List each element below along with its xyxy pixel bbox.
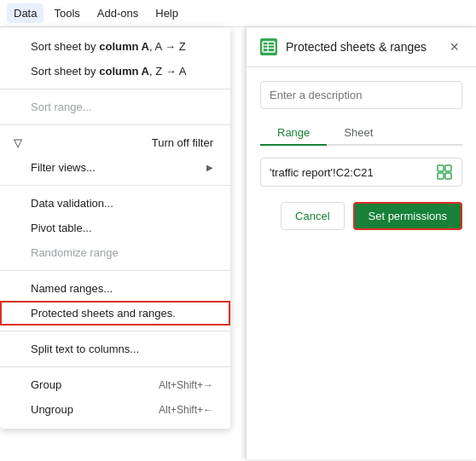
- menu-item-tools[interactable]: Tools: [47, 3, 86, 23]
- tab-sheet[interactable]: Sheet: [327, 121, 390, 144]
- divider-6: [0, 366, 230, 367]
- divider-3: [0, 185, 230, 186]
- description-input[interactable]: [260, 81, 462, 109]
- menu-item-addons[interactable]: Add-ons: [90, 3, 145, 23]
- dropdown-menu: Sort sheet by column A, A → Z Sort sheet…: [0, 27, 230, 429]
- protected-sheets-item[interactable]: Protected sheets and ranges.: [0, 301, 230, 326]
- randomize-range-item[interactable]: Randomize range: [0, 240, 230, 265]
- menu-item-help[interactable]: Help: [148, 3, 185, 23]
- svg-rect-6: [445, 165, 451, 171]
- turn-off-filter-item[interactable]: ▽ Turn off filter: [0, 130, 230, 155]
- group-shortcut: Alt+Shift+→: [159, 379, 213, 391]
- ungroup-shortcut: Alt+Shift+←: [159, 404, 213, 416]
- filter-icon: ▽: [14, 136, 22, 149]
- sort-range-item[interactable]: Sort range...: [0, 95, 230, 119]
- arrow-icon: ▶: [206, 163, 213, 172]
- tab-range[interactable]: Range: [260, 121, 327, 144]
- pivot-table-item[interactable]: Pivot table...: [0, 216, 230, 240]
- panel-body: Range Sheet 'traffic report'!C2:C21 Canc…: [247, 67, 476, 244]
- menu-bar: Data Tools Add-ons Help: [0, 0, 476, 27]
- range-value: 'traffic report'!C2:C21: [270, 166, 429, 179]
- menu-item-data[interactable]: Data: [7, 3, 44, 23]
- panel-title: Protected sheets & ranges: [286, 40, 438, 54]
- sort-za-item[interactable]: Sort sheet by column A, Z → A: [0, 59, 230, 84]
- group-item[interactable]: Group Alt+Shift+→: [0, 372, 230, 397]
- svg-rect-5: [438, 165, 444, 171]
- range-input-row: 'traffic report'!C2:C21: [260, 158, 462, 187]
- named-ranges-item[interactable]: Named ranges...: [0, 276, 230, 301]
- cancel-button[interactable]: Cancel: [281, 202, 344, 230]
- panel-header: Protected sheets & ranges ×: [247, 27, 476, 67]
- data-validation-item[interactable]: Data validation...: [0, 191, 230, 216]
- sheets-icon: [260, 38, 277, 55]
- svg-rect-7: [438, 173, 444, 179]
- select-range-icon[interactable]: [436, 164, 453, 181]
- divider-4: [0, 270, 230, 271]
- filter-views-item[interactable]: Filter views... ▶: [0, 155, 230, 180]
- split-text-item[interactable]: Split text to columns...: [0, 337, 230, 361]
- divider-1: [0, 89, 230, 89]
- ungroup-item[interactable]: Ungroup Alt+Shift+←: [0, 397, 230, 422]
- tabs-row: Range Sheet: [260, 121, 462, 146]
- divider-5: [0, 331, 230, 331]
- svg-rect-8: [445, 173, 451, 179]
- buttons-row: Cancel Set permissions: [260, 202, 462, 230]
- set-permissions-button[interactable]: Set permissions: [353, 202, 462, 230]
- divider-2: [0, 124, 230, 125]
- sort-az-item[interactable]: Sort sheet by column A, A → Z: [0, 34, 230, 59]
- close-button[interactable]: ×: [446, 37, 462, 56]
- side-panel: Protected sheets & ranges × Range Sheet …: [246, 27, 476, 459]
- content-area: Sort sheet by column A, A → Z Sort sheet…: [0, 27, 476, 459]
